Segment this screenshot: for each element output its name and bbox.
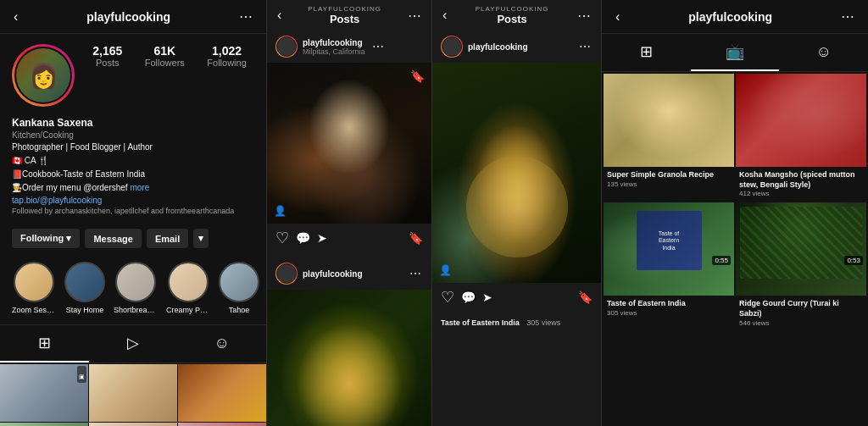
reels-icon: ▷ <box>127 334 139 352</box>
post-title-block-2: PLAYFULCOOKING Posts <box>448 5 576 25</box>
grid-cell-2[interactable] <box>89 364 177 422</box>
bio-description-2: 🇨🇦 CA 🍴 <box>12 155 254 167</box>
grid-cell-3[interactable] <box>178 364 266 422</box>
highlight-item-stayhome[interactable]: Stay Home <box>64 262 105 314</box>
highlight-item-shortbread[interactable]: Shortbread... <box>114 262 158 314</box>
post-avatar-inner-2 <box>276 263 297 284</box>
more-options-post2[interactable]: ⋯ <box>576 6 593 25</box>
post-more-icon-2[interactable]: ⋯ <box>408 265 423 282</box>
highlight-item-zoom[interactable]: Zoom Sessi... <box>12 262 56 314</box>
grid-cell-4[interactable] <box>0 423 88 426</box>
more-options-igtv[interactable]: ⋯ <box>839 7 856 26</box>
bookmark-icon-1[interactable]: 🔖 <box>410 69 425 83</box>
post-panel-1: ‹ PLAYFULCOOKING Posts ⋯ playfulcooking … <box>267 0 432 426</box>
video-meta-3: Taste of Eastern India 305 views <box>604 296 734 320</box>
following-stat[interactable]: 1,022 Following <box>207 44 246 68</box>
igtv-tab-grid[interactable]: ⊞ <box>602 34 691 71</box>
post-more-icon-1[interactable]: ⋯ <box>370 38 386 55</box>
back-button[interactable]: ‹ <box>12 8 19 26</box>
following-label: Following <box>207 58 246 68</box>
post-title-1: Posts <box>283 13 406 25</box>
grid-cell-6[interactable] <box>178 423 266 426</box>
back-button-igtv[interactable]: ‹ <box>614 8 621 26</box>
post-actions-row-large: ♡ 💬 ➤ 🔖 <box>432 283 601 312</box>
post-caption-title: Taste of Eastern India <box>441 318 520 327</box>
back-button-post1[interactable]: ‹ <box>275 6 283 25</box>
post-username-1: playfulcooking <box>303 38 365 47</box>
video-views-1: 135 views <box>607 180 731 188</box>
save-icon-1[interactable]: 🔖 <box>409 231 423 245</box>
tab-reels[interactable]: ▷ <box>89 325 178 362</box>
back-button-post2[interactable]: ‹ <box>441 6 448 25</box>
heart-icon-large[interactable]: ♡ <box>441 288 454 307</box>
post-image-large: 👤 <box>432 63 601 283</box>
bio-category: Kitchen/Cooking <box>12 130 254 140</box>
post-location-1: Milpitas, California <box>303 47 365 56</box>
highlights-row: Zoom Sessi... Stay Home Shortbread... Cr… <box>0 255 266 321</box>
posts-stat[interactable]: 2,165 Posts <box>92 44 122 68</box>
highlight-item-pasta[interactable]: Creamy Pasta <box>166 262 210 314</box>
post-avatar-2 <box>275 263 298 285</box>
avatar-placeholder: 👩 <box>29 62 58 90</box>
more-options-button[interactable]: ⋯ <box>237 7 254 26</box>
user-tag-large[interactable]: 👤 <box>439 264 452 276</box>
save-icon-large[interactable]: 🔖 <box>578 290 593 304</box>
post-header-1: ‹ PLAYFULCOOKING Posts ⋯ <box>267 0 431 30</box>
video-item-2[interactable]: Kosha Mangsho (spiced mutton stew, Benga… <box>736 74 866 201</box>
grid-cell-1[interactable]: ▣ <box>0 364 88 422</box>
avatar: 👩 <box>16 48 70 102</box>
post-avatar-inner-1 <box>276 36 297 57</box>
video-title-3: Taste of Eastern India <box>607 299 731 309</box>
post-user-row-3: playfulcooking ⋯ <box>432 30 601 63</box>
share-icon-large[interactable]: ➤ <box>482 290 492 304</box>
igtv-header: ‹ playfulcooking ⋯ <box>602 0 868 34</box>
post-food-visual-2 <box>267 290 431 426</box>
action-buttons: Following ▾ Message Email ▾ <box>0 222 266 255</box>
post-title-block-1: PLAYFULCOOKING Posts <box>283 5 406 25</box>
followers-stat[interactable]: 61K Followers <box>145 44 185 68</box>
user-tag-icon-1[interactable]: 👤 <box>274 205 287 217</box>
bio-link[interactable]: tap.bio/@playfulcooking <box>12 196 254 205</box>
comment-icon-1[interactable]: 💬 <box>296 231 310 245</box>
profile-username: playfulcooking <box>86 10 170 24</box>
post-user-info-1: playfulcooking Milpitas, California <box>303 38 365 56</box>
grid-tab-icon: ⊞ <box>640 42 653 61</box>
video-item-3[interactable]: Taste ofEasternIndia 0:55 Taste of Easte… <box>604 202 734 329</box>
heart-icon-1[interactable]: ♡ <box>275 229 289 247</box>
highlight-label-shortbread: Shortbread... <box>114 306 158 314</box>
dropdown-button[interactable]: ▾ <box>193 229 209 248</box>
bio-description-3: 📕Cookbook-Taste of Eastern India <box>12 169 254 180</box>
video-item-4[interactable]: 0:53 Ridge Gourd Curry (Turai ki Sabzi) … <box>736 202 866 329</box>
email-button[interactable]: Email <box>147 229 188 248</box>
food-visual-large <box>432 63 601 283</box>
highlight-item-tahoe[interactable]: Tahoe <box>219 262 259 314</box>
igtv-username: playfulcooking <box>688 10 772 24</box>
video-duration-4: 0:53 <box>844 256 863 265</box>
igtv-tab-igtv[interactable]: 📺 <box>691 34 780 71</box>
more-link[interactable]: more <box>130 183 149 192</box>
highlight-thumb-zoom <box>14 262 54 302</box>
video-meta-4: Ridge Gourd Curry (Turai ki Sabzi) 546 v… <box>736 296 866 329</box>
post-title-2: Posts <box>448 13 576 25</box>
post-more-icon-3[interactable]: ⋯ <box>577 38 593 55</box>
video-meta-2: Kosha Mangsho (spiced mutton stew, Benga… <box>736 167 866 201</box>
grid-cell-5[interactable] <box>89 423 177 426</box>
tab-tagged[interactable]: ☺ <box>177 325 266 362</box>
more-options-post1[interactable]: ⋯ <box>406 6 423 25</box>
message-button[interactable]: Message <box>85 229 141 248</box>
post-user-row-2: playfulcooking ⋯ <box>267 257 431 290</box>
video-thumb-3: Taste ofEasternIndia 0:55 <box>604 202 734 296</box>
share-icon-1[interactable]: ➤ <box>317 231 327 245</box>
following-button[interactable]: Following ▾ <box>12 229 80 248</box>
video-item-1[interactable]: Super Simple Granola Recipe 135 views <box>604 74 734 201</box>
post-actions-row-1: ♡ 💬 ➤ 🔖 <box>267 224 431 252</box>
followers-count: 61K <box>153 44 175 58</box>
post-food-visual-1 <box>267 63 431 224</box>
post-avatar-inner-3 <box>442 36 462 57</box>
post-panel-2: ‹ PLAYFULCOOKING Posts ⋯ playfulcooking … <box>432 0 602 426</box>
igtv-tab-tagged[interactable]: ☺ <box>779 34 868 71</box>
header-icons: ⋯ <box>237 7 254 26</box>
video-title-1: Super Simple Granola Recipe <box>607 170 731 180</box>
tab-grid[interactable]: ⊞ <box>0 325 89 362</box>
comment-icon-large[interactable]: 💬 <box>461 290 476 304</box>
